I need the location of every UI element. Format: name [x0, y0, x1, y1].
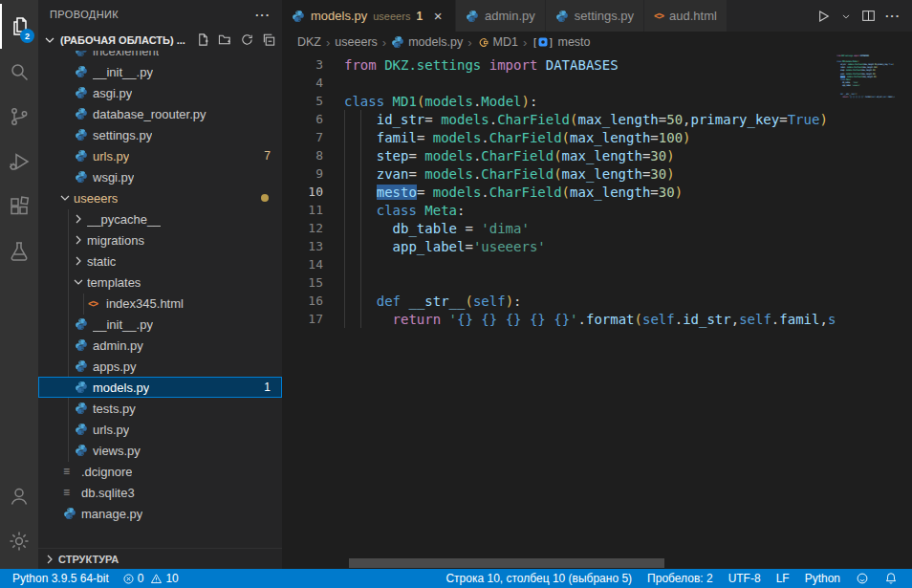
- minimap[interactable]: from DKZ.settings import DATABASESclass …: [836, 54, 903, 98]
- tree-item-templates[interactable]: templates: [38, 272, 282, 293]
- breadcrumb-label: useeers: [335, 35, 377, 49]
- activity-bar-search[interactable]: [0, 49, 38, 94]
- tree-item-tests-py[interactable]: tests.py: [38, 398, 282, 419]
- tree-item-useeers[interactable]: useeers: [38, 187, 282, 208]
- tree-item-admin-py[interactable]: admin.py: [38, 335, 282, 356]
- outline-section-header[interactable]: СТРУКТУРА: [38, 548, 282, 569]
- new-folder-icon[interactable]: [218, 33, 232, 47]
- tree-item-index345-html[interactable]: <>index345.html: [38, 293, 282, 314]
- python-icon: [466, 10, 479, 23]
- tree-item-label: index345.html: [106, 296, 184, 311]
- settings-gear-icon: [8, 530, 31, 553]
- tree-item-urls-py[interactable]: urls.py7: [38, 145, 282, 166]
- python-icon: [75, 51, 93, 57]
- tree-item-static[interactable]: static: [38, 250, 282, 272]
- horizontal-scrollbar[interactable]: [349, 558, 664, 568]
- error-count: 0: [138, 572, 144, 585]
- status-language-mode[interactable]: Python: [800, 569, 845, 588]
- tab-description: useeers: [373, 11, 410, 22]
- code-editor[interactable]: 3from DKZ.settings import DATABASES45cla…: [282, 53, 912, 569]
- modified-dot-badge: [261, 194, 269, 202]
- breadcrumb-dkz[interactable]: DKZ: [297, 35, 321, 49]
- tree-item-views-py[interactable]: views.py: [38, 440, 282, 461]
- tree-item--pycache-[interactable]: __pycache__: [38, 208, 282, 229]
- breadcrumb-separator: ›: [326, 35, 330, 50]
- tree-item-apps-py[interactable]: apps.py: [38, 356, 282, 377]
- source-control-icon: [8, 105, 31, 128]
- tree-item-incexlement[interactable]: incexlement: [38, 51, 282, 61]
- status-python-version[interactable]: Python 3.9.5 64-bit: [8, 569, 114, 588]
- breadcrumb-models-py[interactable]: models.py: [391, 35, 463, 49]
- breadcrumb-mesto[interactable]: []mesto: [532, 35, 590, 49]
- activity-bar-settings-gear[interactable]: [0, 518, 38, 563]
- chevron-right-icon: [42, 552, 58, 567]
- status-label: Python: [805, 572, 840, 585]
- tree-item--init-py[interactable]: __init__.py: [38, 61, 282, 82]
- feedback-icon: [856, 572, 869, 585]
- activity-bar-testing[interactable]: [0, 229, 38, 273]
- breadcrumb-md1[interactable]: MD1: [477, 35, 518, 49]
- breadcrumb-label: models.py: [408, 35, 463, 49]
- new-file-icon[interactable]: [196, 33, 210, 47]
- workspace-section-header[interactable]: (РАБОЧАЯ ОБЛАСТЬ) ...: [38, 29, 282, 51]
- activity-bar-account[interactable]: [0, 473, 38, 518]
- close-icon[interactable]: ×: [430, 8, 445, 24]
- account-icon: [8, 485, 31, 508]
- chevron-down-icon: [42, 33, 58, 48]
- tree-item-db-sqlite3[interactable]: ≡db.sqlite3: [38, 482, 282, 503]
- breadcrumb-useeers[interactable]: useeers: [335, 35, 377, 49]
- activity-bar-explorer[interactable]: 2: [0, 4, 38, 49]
- tab-label: aud.html: [669, 9, 717, 23]
- explorer-more-actions-button[interactable]: ···: [255, 8, 271, 22]
- activity-bar-source-control[interactable]: [0, 94, 38, 139]
- tab-settings-py[interactable]: settings.py: [546, 0, 644, 32]
- tree-item--dcignore[interactable]: ≡.dcignore: [38, 461, 282, 482]
- status-feedback[interactable]: [851, 569, 874, 588]
- tree-item-asgi-py[interactable]: asgi.py: [38, 82, 282, 103]
- activity-bar-run-debug[interactable]: [0, 139, 38, 184]
- refresh-icon[interactable]: [240, 33, 254, 47]
- code-line-12: 12 db_table = 'dima': [282, 219, 836, 237]
- status-encoding[interactable]: UTF-8: [724, 569, 766, 588]
- status-indentation[interactable]: Пробелов: 2: [642, 569, 718, 588]
- code-line-5: 5class MD1(models.Model):: [282, 92, 836, 110]
- line-number: 6: [282, 112, 323, 126]
- tab-admin-py[interactable]: admin.py: [456, 0, 546, 32]
- run-dropdown-icon[interactable]: [840, 11, 852, 22]
- python-icon: [75, 170, 93, 184]
- status-problems[interactable]: 010: [118, 569, 184, 588]
- line-number: 8: [282, 148, 323, 163]
- tree-item-settings-py[interactable]: settings.py: [38, 124, 282, 145]
- tree-item-database-roouter-py[interactable]: database_roouter.py: [38, 103, 282, 124]
- code-line-15: 15: [282, 273, 836, 292]
- line-number: 10: [282, 185, 323, 199]
- error-icon: [122, 573, 135, 585]
- status-cursor-position[interactable]: Строка 10, столбец 10 (выбрано 5): [441, 569, 637, 588]
- code-line-4: 4: [282, 74, 836, 92]
- tree-item-migrations[interactable]: migrations: [38, 229, 282, 250]
- warning-icon: [150, 573, 163, 585]
- run-icon[interactable]: [815, 9, 831, 24]
- tree-item-models-py[interactable]: models.py1: [38, 377, 282, 398]
- tree-item--init-py[interactable]: __init__.py: [38, 314, 282, 335]
- code-line-17: 17 return '{} {} {} {} {}'.format(self.i…: [282, 310, 836, 328]
- status-label: LF: [776, 572, 790, 585]
- activity-bar-extensions[interactable]: [0, 184, 38, 229]
- tree-item-manage-py[interactable]: manage.py: [38, 503, 282, 524]
- split-editor-icon[interactable]: [861, 9, 876, 23]
- tree-item-urls-py[interactable]: urls.py: [38, 419, 282, 440]
- tree-item-wsgi-py[interactable]: wsgi.py: [38, 166, 282, 187]
- problems-count-badge: 7: [264, 149, 271, 163]
- tab-label: admin.py: [485, 9, 535, 23]
- html-icon: <>: [88, 298, 106, 309]
- editor-group: models.pyuseeers1×admin.pysettings.py<>a…: [282, 0, 912, 569]
- status-notifications[interactable]: [879, 569, 902, 588]
- status-eol[interactable]: LF: [771, 569, 794, 588]
- testing-icon: [8, 240, 31, 263]
- tab-models-py[interactable]: models.pyuseeers1×: [282, 0, 456, 32]
- extensions-icon: [8, 195, 31, 218]
- tab-aud-html[interactable]: <>aud.html: [644, 0, 727, 32]
- tree-item-label: __init__.py: [93, 65, 153, 79]
- collapse-all-icon[interactable]: [262, 33, 276, 47]
- more-actions-icon[interactable]: ···: [885, 9, 901, 23]
